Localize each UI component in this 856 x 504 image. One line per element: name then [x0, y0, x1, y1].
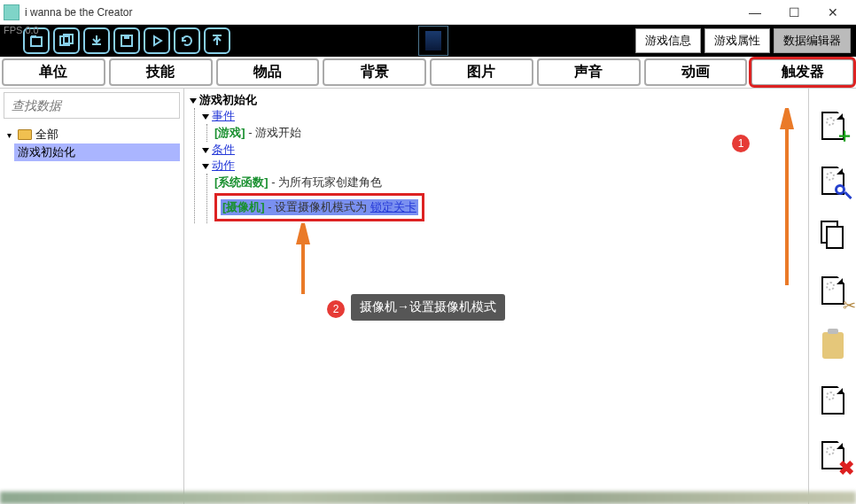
- folder-item-init[interactable]: 游戏初始化: [14, 143, 180, 161]
- maximize-button[interactable]: ☐: [774, 1, 813, 24]
- plus-icon: ＋: [835, 122, 854, 149]
- callout-badge-1: 1: [732, 135, 750, 152]
- tab-units[interactable]: 单位: [2, 58, 105, 86]
- magnify-icon: [835, 184, 854, 204]
- trigger-root[interactable]: 游戏初始化: [190, 92, 803, 108]
- events-node[interactable]: 事件: [202, 108, 803, 124]
- triangle-down-icon: [202, 114, 209, 120]
- minimize-button[interactable]: —: [735, 1, 774, 24]
- tool-save-icon[interactable]: [113, 27, 140, 54]
- fps-label: FPS 0.0: [4, 25, 39, 35]
- callout-text-2: 摄像机→设置摄像机模式: [351, 294, 505, 321]
- side-copy-button[interactable]: [817, 216, 849, 255]
- tool-download-icon[interactable]: [83, 27, 110, 54]
- tab-skills[interactable]: 技能: [109, 58, 213, 86]
- folder-toggle-icon[interactable]: ▾: [4, 130, 14, 140]
- folder-icon: [18, 129, 32, 140]
- svg-rect-4: [121, 35, 132, 46]
- data-editor-button[interactable]: 数据编辑器: [774, 28, 851, 53]
- folder-root[interactable]: ▾ 全部: [4, 126, 180, 143]
- scissors-icon: ✂: [843, 296, 856, 315]
- actions-node[interactable]: 动作: [202, 158, 803, 174]
- center-preview-icon[interactable]: [418, 26, 448, 56]
- tab-background[interactable]: 背景: [323, 58, 426, 86]
- action-row-1[interactable]: [系统函数] - 为所有玩家创建角色: [214, 174, 803, 191]
- arrow-annotation-2: [294, 223, 312, 294]
- svg-rect-2: [60, 36, 69, 45]
- side-paste-button[interactable]: [817, 326, 849, 365]
- side-delete-button[interactable]: ✖: [817, 436, 849, 475]
- game-attrs-button[interactable]: 游戏属性: [704, 28, 770, 53]
- search-input[interactable]: [4, 92, 180, 119]
- app-icon: [4, 4, 19, 20]
- tool-play-icon[interactable]: [144, 27, 170, 54]
- svg-rect-0: [31, 37, 42, 46]
- triangle-down-icon: [190, 98, 197, 104]
- side-cut-button[interactable]: ✂: [817, 271, 849, 310]
- tab-triggers[interactable]: 触发器: [751, 58, 854, 86]
- tool-layers-icon[interactable]: [53, 27, 80, 54]
- arrow-annotation-1: [778, 108, 796, 285]
- side-add-button[interactable]: ＋: [817, 106, 849, 145]
- game-info-button[interactable]: 游戏信息: [635, 28, 701, 53]
- tool-upload-icon[interactable]: [204, 27, 230, 54]
- tool-refresh-icon[interactable]: [174, 27, 200, 54]
- callout-badge-2: 2: [327, 300, 345, 318]
- svg-rect-1: [31, 35, 36, 38]
- triangle-down-icon: [202, 164, 209, 169]
- action-row-2[interactable]: [摄像机] - 设置摄像机模式为 锁定关卡: [221, 199, 418, 215]
- tab-items[interactable]: 物品: [216, 58, 320, 86]
- side-settings-button[interactable]: [817, 381, 849, 420]
- footer-blur: [0, 492, 856, 504]
- svg-rect-5: [124, 35, 129, 39]
- window-title: i wanna be the Creator: [25, 6, 735, 19]
- svg-rect-3: [64, 35, 73, 43]
- action-highlight-box: [摄像机] - 设置摄像机模式为 锁定关卡: [214, 193, 424, 221]
- folder-root-label: 全部: [35, 127, 58, 143]
- copy-icon: [821, 221, 845, 251]
- clipboard-icon: [822, 332, 844, 359]
- conditions-node[interactable]: 条件: [202, 142, 803, 158]
- close-button[interactable]: ✕: [813, 1, 852, 24]
- x-icon: ✖: [838, 457, 854, 480]
- side-find-button[interactable]: [817, 161, 849, 200]
- tab-sounds[interactable]: 声音: [537, 58, 641, 86]
- tab-images[interactable]: 图片: [430, 58, 533, 86]
- event-row[interactable]: [游戏] - 游戏开始: [214, 124, 803, 142]
- tab-animations[interactable]: 动画: [644, 58, 748, 86]
- triangle-down-icon: [202, 148, 209, 153]
